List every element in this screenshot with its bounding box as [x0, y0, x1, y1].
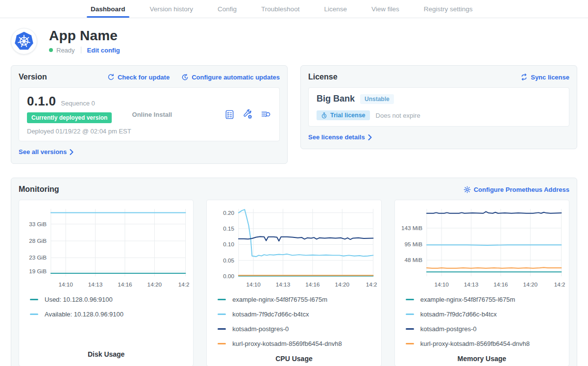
legend-swatch — [30, 299, 38, 300]
svg-text:0.00: 0.00 — [223, 273, 235, 279]
tab-license[interactable]: License — [320, 0, 351, 18]
edit-config-link[interactable]: Edit config — [87, 47, 120, 54]
app-status: Ready — [56, 47, 75, 54]
memory-usage-chart-card: 14:1014:1314:1614:2014:23143 MiB95 MiB48… — [394, 200, 569, 366]
legend-label: kotsadm-postgres-0 — [232, 325, 289, 333]
charts-row: 14:1014:1314:1614:2014:2333 GiB28 GiB23 … — [19, 200, 569, 366]
edit-config-button[interactable] — [243, 109, 253, 120]
configure-prometheus-link[interactable]: Configure Prometheus Address — [464, 186, 569, 193]
refresh-icon — [107, 74, 115, 81]
chevron-right-icon — [70, 149, 74, 155]
app-header: App Name Ready Edit config — [11, 26, 577, 65]
legend-label: kotsadm-7f9dc7d66c-b4tcx — [232, 311, 309, 318]
legend-swatch — [218, 328, 226, 330]
monitoring-section: Monitoring Configure Prometheus Address … — [11, 178, 577, 366]
legend-swatch — [406, 343, 414, 344]
tab-view-files[interactable]: View files — [368, 0, 403, 18]
tab-config[interactable]: Config — [214, 0, 241, 18]
legend-item: kurl-proxy-kotsadm-8569fb6454-dnvh8 — [406, 340, 565, 347]
svg-text:14:20: 14:20 — [147, 281, 162, 288]
wrench-gear-icon — [243, 109, 253, 120]
svg-text:14:16: 14:16 — [118, 281, 132, 288]
legend-swatch — [406, 328, 414, 330]
svg-text:14:13: 14:13 — [88, 281, 103, 288]
svg-text:14:23: 14:23 — [366, 281, 377, 288]
svg-text:14:20: 14:20 — [335, 281, 350, 288]
see-license-details-link[interactable]: See license details — [308, 133, 372, 141]
tab-registry-settings[interactable]: Registry settings — [420, 0, 477, 18]
version-card-title: Version — [19, 73, 47, 81]
deployed-badge: Currently deployed version — [27, 112, 112, 123]
svg-text:14:23: 14:23 — [178, 281, 190, 288]
legend-swatch — [218, 314, 226, 315]
preflight-checks-button[interactable] — [224, 109, 235, 120]
version-sequence: Sequence 0 — [61, 100, 95, 107]
legend-item: Used: 10.128.0.96:9100 — [30, 296, 189, 303]
svg-text:0.05: 0.05 — [223, 257, 235, 263]
sync-license-link[interactable]: Sync license — [520, 74, 569, 81]
check-for-update-link[interactable]: Check for update — [107, 74, 170, 81]
legend-label: Available: 10.128.0.96:9100 — [45, 311, 123, 318]
chart-title: Memory Usage — [399, 355, 565, 363]
cpu-usage-chart[interactable]: 14:1014:1314:1614:2014:230.200.150.100.0… — [211, 205, 377, 291]
license-card: License Sync license Big Bank Unstable — [300, 65, 577, 149]
legend-swatch — [406, 299, 414, 300]
svg-text:14:20: 14:20 — [523, 281, 538, 288]
legend-item: kotsadm-postgres-0 — [218, 325, 377, 333]
svg-text:143 MiB: 143 MiB — [401, 225, 422, 231]
legend-label: example-nginx-54f8f76755-l675m — [232, 296, 327, 303]
legend-item: kotsadm-7f9dc7d66c-b4tcx — [218, 311, 377, 318]
svg-text:28 GiB: 28 GiB — [29, 237, 47, 244]
legend-item: example-nginx-54f8f76755-l675m — [218, 296, 377, 303]
expiry-label: Does not expire — [376, 112, 420, 119]
see-all-versions-link[interactable]: See all versions — [19, 148, 74, 156]
license-type-badge: Trial license — [317, 110, 370, 120]
tab-version-history[interactable]: Version history — [146, 0, 197, 18]
configure-automatic-updates-link[interactable]: Configure automatic updates — [181, 74, 280, 81]
list-search-icon — [261, 109, 271, 120]
status-dot — [49, 48, 53, 52]
svg-text:48 MiB: 48 MiB — [404, 257, 422, 263]
tab-dashboard[interactable]: Dashboard — [87, 0, 129, 18]
version-card: Version Check for update Configure autom… — [11, 65, 288, 164]
stopwatch-icon — [321, 112, 327, 119]
svg-text:19 GiB: 19 GiB — [29, 268, 47, 274]
svg-text:14:16: 14:16 — [306, 281, 320, 288]
license-card-title: License — [308, 73, 338, 81]
tab-troubleshoot[interactable]: Troubleshoot — [257, 0, 303, 18]
sync-icon — [520, 74, 528, 80]
top-cards-row: Version Check for update Configure autom… — [11, 65, 577, 164]
install-type-label: Online Install — [132, 111, 224, 118]
svg-text:33 GiB: 33 GiB — [29, 221, 47, 227]
page-title: App Name — [49, 29, 120, 43]
chart-title: Disk Usage — [23, 350, 189, 358]
disk-usage-chart[interactable]: 14:1014:1314:1614:2014:2333 GiB28 GiB23 … — [23, 205, 189, 291]
legend-label: example-nginx-54f8f76755-l675m — [420, 296, 515, 303]
version-number: 0.1.0 — [27, 94, 56, 109]
page: Dashboard Version history Config Trouble… — [0, 0, 588, 366]
legend-label: kotsadm-7f9dc7d66c-b4tcx — [420, 311, 497, 318]
main-content: App Name Ready Edit config Version Check… — [0, 18, 588, 366]
nav-tabs: Dashboard Version history Config Trouble… — [87, 0, 477, 18]
legend-item: kotsadm-7f9dc7d66c-b4tcx — [406, 311, 565, 318]
checklist-icon — [224, 109, 235, 120]
memory-usage-chart[interactable]: 14:1014:1314:1614:2014:23143 MiB95 MiB48… — [399, 205, 565, 291]
deploy-logs-button[interactable] — [261, 109, 271, 120]
svg-text:23 GiB: 23 GiB — [29, 254, 47, 261]
cpu-usage-chart-card: 14:1014:1314:1614:2014:230.200.150.100.0… — [206, 200, 381, 366]
svg-text:14:23: 14:23 — [554, 281, 565, 288]
legend-item: Available: 10.128.0.96:9100 — [30, 311, 189, 318]
deployed-timestamp: Deployed 01/19/22 @ 02:04 pm EST — [27, 128, 132, 135]
clock-refresh-icon — [181, 74, 189, 81]
svg-text:14:16: 14:16 — [493, 281, 508, 288]
svg-text:0.15: 0.15 — [223, 225, 235, 232]
top-nav: Dashboard Version history Config Trouble… — [0, 0, 588, 18]
legend-label: kurl-proxy-kotsadm-8569fb6454-dnvh8 — [420, 340, 530, 347]
divider — [81, 47, 81, 53]
legend-swatch — [218, 299, 226, 300]
svg-text:14:10: 14:10 — [434, 281, 449, 288]
svg-text:14:10: 14:10 — [58, 281, 73, 288]
svg-text:14:13: 14:13 — [276, 281, 291, 288]
svg-text:0.10: 0.10 — [223, 241, 235, 247]
gear-icon — [464, 186, 471, 193]
